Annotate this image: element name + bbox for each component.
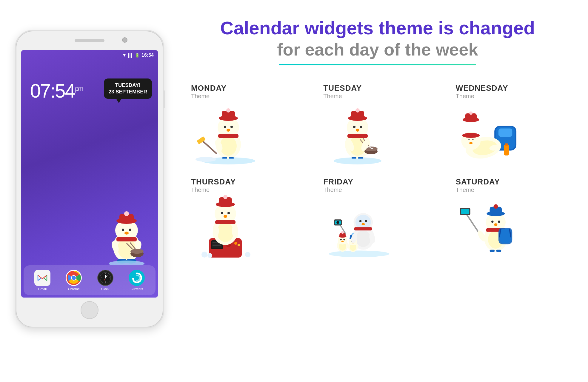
gmail-label: Gmail <box>38 287 47 291</box>
svg-point-68 <box>356 129 359 132</box>
svg-line-51 <box>201 140 216 153</box>
svg-point-65 <box>355 108 360 113</box>
dock-gmail: Gmail <box>34 270 50 291</box>
svg-point-159 <box>493 204 498 209</box>
tuesday-label: Theme <box>323 93 342 100</box>
svg-rect-69 <box>347 134 368 138</box>
phone-home-button[interactable] <box>81 301 98 319</box>
phone-speaker <box>75 39 104 42</box>
svg-rect-170 <box>490 250 495 252</box>
monday-label: Theme <box>191 93 210 100</box>
svg-point-162 <box>494 223 497 226</box>
svg-point-90 <box>469 142 472 144</box>
svg-point-89 <box>462 133 480 138</box>
chrome-icon[interactable] <box>66 270 82 286</box>
svg-point-108 <box>223 195 227 199</box>
phone-ampm: pm <box>75 85 83 93</box>
tuesday-day: TUESDAY <box>323 84 362 93</box>
thursday-day: THURSDAY <box>191 177 236 187</box>
svg-point-48 <box>230 126 233 128</box>
saturday-day: SATURDAY <box>456 177 500 187</box>
svg-rect-50 <box>218 134 238 138</box>
clock-icon[interactable] <box>97 270 113 286</box>
svg-rect-112 <box>215 220 235 224</box>
battery-icon: 🔋 <box>135 53 140 58</box>
svg-point-8 <box>124 232 129 235</box>
phone-container: ▼ ▌▌ 🔋 16:54 07:54pm TUESDAY! 23 SEPTEMB… <box>15 30 170 346</box>
svg-rect-126 <box>354 227 372 230</box>
header-title: Calendar widgets theme is changed <box>185 18 570 38</box>
svg-point-102 <box>238 244 240 246</box>
svg-point-39 <box>132 278 134 280</box>
speech-line2: 23 SEPTEMBER <box>109 89 147 95</box>
themes-grid: MONDAY Theme <box>191 84 570 259</box>
svg-point-125 <box>362 223 365 225</box>
dock-clock: Clock <box>97 270 113 291</box>
theme-friday: FRIDAY Theme <box>323 177 438 259</box>
speech-line1: TUESDAY! <box>109 82 147 89</box>
theme-saturday: SATURDAY Theme <box>456 177 570 259</box>
signal-icon: ▌▌ <box>128 53 133 58</box>
dock-chrome: Chrome <box>66 270 82 291</box>
svg-rect-82 <box>498 129 512 137</box>
svg-point-42 <box>220 136 237 156</box>
svg-point-120 <box>356 230 371 247</box>
wednesday-art <box>456 103 527 165</box>
header-subtitle: for each day of the week <box>185 38 570 61</box>
friday-label: Theme <box>323 187 342 193</box>
phone-camera <box>122 37 127 43</box>
status-icons: ▼ ▌▌ 🔋 <box>122 53 140 58</box>
saturday-art <box>456 196 527 259</box>
friday-day: FRIDAY <box>323 177 353 187</box>
theme-wednesday: WEDNESDAY Theme <box>456 84 570 165</box>
svg-point-49 <box>227 129 230 132</box>
wednesday-day: WEDNESDAY <box>456 84 508 93</box>
speech-bubble: TUESDAY! 23 SEPTEMBER <box>104 78 152 99</box>
svg-point-67 <box>360 126 362 128</box>
svg-point-46 <box>226 108 230 113</box>
header-underline <box>279 64 476 65</box>
svg-point-109 <box>221 212 223 214</box>
phone-time: 07:54pm <box>30 80 83 102</box>
svg-point-66 <box>353 126 355 128</box>
chrome-label: Chrome <box>68 287 80 291</box>
friday-art <box>323 196 395 259</box>
svg-rect-153 <box>461 209 469 214</box>
svg-point-101 <box>234 242 237 245</box>
phone-screen: ▼ ▌▌ 🔋 16:54 07:54pm TUESDAY! 23 SEPTEMB… <box>21 50 158 298</box>
svg-point-15 <box>130 249 144 254</box>
svg-point-47 <box>224 126 226 128</box>
gmail-icon[interactable] <box>34 270 50 286</box>
svg-rect-167 <box>500 229 511 243</box>
svg-rect-171 <box>496 250 501 252</box>
svg-point-110 <box>227 212 230 214</box>
wifi-icon: ▼ <box>122 53 127 58</box>
currents-label: Currents <box>130 287 143 291</box>
svg-point-6 <box>122 229 124 231</box>
phone-body: ▼ ▌▌ 🔋 16:54 07:54pm TUESDAY! 23 SEPTEMB… <box>15 30 164 328</box>
theme-thursday: THURSDAY Theme <box>191 177 305 259</box>
clock-label: Clock <box>101 287 110 291</box>
svg-point-117 <box>245 252 250 257</box>
svg-point-116 <box>207 253 212 258</box>
svg-point-115 <box>201 252 207 258</box>
status-bar: ▼ ▌▌ 🔋 16:54 <box>21 50 158 60</box>
svg-point-111 <box>224 215 227 218</box>
thursday-art <box>191 196 263 259</box>
svg-point-135 <box>344 239 345 241</box>
status-time: 16:54 <box>141 53 154 58</box>
svg-point-139 <box>341 231 344 234</box>
svg-point-37 <box>105 277 106 278</box>
svg-point-7 <box>129 229 131 231</box>
currents-icon[interactable] <box>129 270 145 286</box>
phone-clock: 07:54pm <box>30 80 83 102</box>
svg-point-118 <box>329 251 390 257</box>
phone-side-button <box>163 90 165 108</box>
header-section: Calendar widgets theme is changed for ea… <box>185 18 570 65</box>
svg-point-38 <box>129 270 145 286</box>
phone-time-value: 07:54 <box>30 80 75 102</box>
svg-point-130 <box>337 221 339 224</box>
svg-point-88 <box>469 111 472 115</box>
phone-dock: Gmail <box>24 265 156 295</box>
svg-point-5 <box>124 211 129 216</box>
